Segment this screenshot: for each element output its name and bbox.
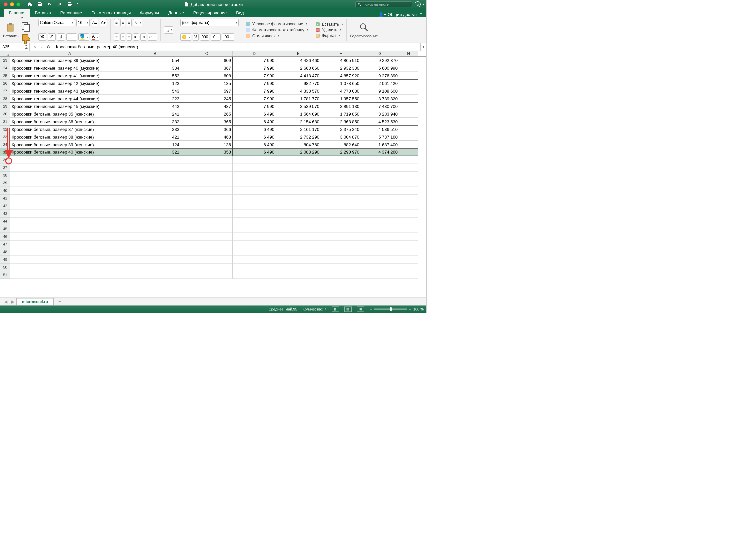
cell[interactable]: [399, 87, 418, 95]
spreadsheet-grid[interactable]: A B C D E F G H 23 Кроссовки теннисные, …: [0, 51, 426, 297]
cell[interactable]: [181, 263, 233, 271]
cell[interactable]: [361, 271, 399, 279]
cell[interactable]: 7 990: [233, 80, 276, 87]
col-header-d[interactable]: D: [233, 51, 276, 56]
cell[interactable]: 487: [181, 102, 233, 110]
row-header[interactable]: 26: [0, 80, 10, 87]
cell[interactable]: [276, 179, 321, 187]
col-header-g[interactable]: G: [361, 51, 399, 56]
cell[interactable]: [399, 118, 418, 126]
cell[interactable]: [10, 164, 129, 172]
cell[interactable]: [361, 241, 399, 248]
cell[interactable]: [233, 248, 276, 256]
cell[interactable]: [233, 172, 276, 179]
cell[interactable]: [361, 172, 399, 179]
cell[interactable]: 334: [129, 64, 181, 72]
cell[interactable]: 804 760: [276, 141, 321, 148]
table-row[interactable]: 41: [0, 195, 426, 202]
cell[interactable]: [321, 263, 361, 271]
merge-cells-button[interactable]: ⬚: [164, 26, 173, 34]
cell[interactable]: 4 770 030: [321, 87, 361, 95]
zoom-in-button[interactable]: +: [409, 307, 411, 311]
sheet-nav-prev[interactable]: ◀: [2, 299, 9, 304]
cell[interactable]: [233, 210, 276, 218]
paste-icon[interactable]: [5, 22, 16, 33]
cell[interactable]: [129, 241, 181, 248]
row-header[interactable]: 31: [0, 118, 10, 126]
cell[interactable]: [399, 133, 418, 141]
cell[interactable]: [276, 195, 321, 202]
cell[interactable]: [181, 187, 233, 195]
collapse-ribbon-icon[interactable]: ⌃: [419, 12, 423, 17]
sheet-tab[interactable]: microexcel.ru: [16, 298, 54, 305]
cell[interactable]: [361, 195, 399, 202]
cell[interactable]: [399, 218, 418, 225]
cell[interactable]: 7 990: [233, 87, 276, 95]
row-header[interactable]: 40: [0, 187, 10, 195]
row-header[interactable]: 51: [0, 271, 10, 279]
cell[interactable]: [321, 256, 361, 263]
cell[interactable]: 4 338 570: [276, 87, 321, 95]
cell[interactable]: 3 739 320: [361, 95, 399, 102]
cell[interactable]: [321, 210, 361, 218]
fill-color-button[interactable]: 🪣: [78, 33, 89, 41]
find-icon[interactable]: [359, 22, 369, 33]
cell[interactable]: 553: [129, 72, 181, 80]
row-header[interactable]: 29: [0, 102, 10, 110]
format-cells-button[interactable]: Формат: [315, 33, 343, 38]
cell[interactable]: [321, 225, 361, 233]
cell[interactable]: 1 781 770: [276, 95, 321, 102]
cell[interactable]: [399, 72, 418, 80]
cell[interactable]: [10, 256, 129, 263]
cell[interactable]: 123: [129, 80, 181, 87]
table-row[interactable]: 26 Кроссовки теннисные, размер 42 (мужск…: [0, 80, 426, 87]
row-header[interactable]: 39: [0, 179, 10, 187]
format-as-table-button[interactable]: Форматировать как таблицу: [246, 27, 308, 33]
table-row[interactable]: 34 Кроссовки беговые, размер 39 (женские…: [0, 141, 426, 148]
cell[interactable]: [361, 164, 399, 172]
sheet-nav-next[interactable]: ▶: [9, 299, 16, 304]
row-header[interactable]: 36: [0, 156, 10, 164]
cell[interactable]: [10, 241, 129, 248]
cell[interactable]: [233, 202, 276, 210]
cell[interactable]: 2 083 290: [276, 148, 321, 156]
row-header[interactable]: 34: [0, 141, 10, 148]
tab-review[interactable]: Рецензирование: [189, 9, 231, 17]
cell[interactable]: [129, 263, 181, 271]
row-header[interactable]: 33: [0, 133, 10, 141]
cell[interactable]: [276, 233, 321, 241]
cell[interactable]: 463: [181, 133, 233, 141]
cell[interactable]: 7 990: [233, 57, 276, 64]
table-row[interactable]: 31 Кроссовки беговые, размер 36 (женские…: [0, 118, 426, 126]
cell[interactable]: Кроссовки беговые, размер 35 (женские): [10, 110, 129, 118]
cell[interactable]: [233, 179, 276, 187]
orientation-button[interactable]: ⤡: [133, 19, 142, 26]
cell[interactable]: [399, 126, 418, 133]
row-header[interactable]: 49: [0, 256, 10, 263]
cell[interactable]: [399, 187, 418, 195]
cancel-edit-icon[interactable]: ✕: [33, 44, 37, 49]
borders-button[interactable]: [66, 33, 77, 41]
cell[interactable]: [361, 202, 399, 210]
table-row[interactable]: 29 Кроссовки теннисные, размер 45 (мужск…: [0, 102, 426, 110]
cell[interactable]: [10, 225, 129, 233]
cell[interactable]: [181, 156, 233, 164]
cell[interactable]: [276, 271, 321, 279]
cell[interactable]: 3 891 130: [321, 102, 361, 110]
cell[interactable]: [276, 164, 321, 172]
cell[interactable]: [321, 187, 361, 195]
cell[interactable]: [321, 164, 361, 172]
cell[interactable]: [276, 172, 321, 179]
cell[interactable]: [181, 218, 233, 225]
cell[interactable]: 332: [129, 118, 181, 126]
cell[interactable]: Кроссовки теннисные, размер 45 (мужские): [10, 102, 129, 110]
cell-styles-button[interactable]: Стили ячеек: [246, 33, 308, 39]
row-header[interactable]: 44: [0, 218, 10, 225]
tab-page-layout[interactable]: Разметка страницы: [87, 9, 135, 17]
cell[interactable]: 2 375 340: [321, 126, 361, 133]
table-row[interactable]: 49: [0, 256, 426, 263]
copy-icon[interactable]: [21, 21, 31, 32]
percent-button[interactable]: %: [193, 33, 199, 41]
cell[interactable]: 2 668 660: [276, 64, 321, 72]
zoom-slider[interactable]: [374, 308, 407, 310]
